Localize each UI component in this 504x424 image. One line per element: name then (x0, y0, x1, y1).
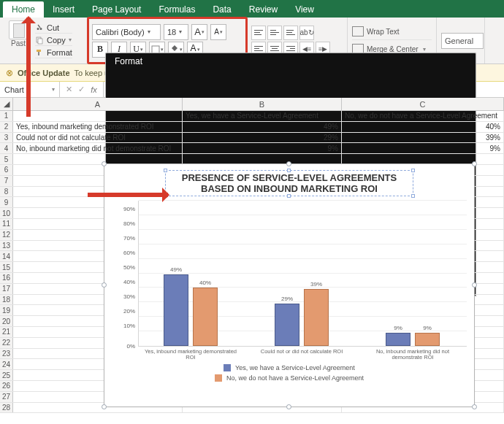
annotation-arrow-horizontal (88, 193, 168, 197)
resize-handle[interactable] (286, 404, 291, 409)
row-2: 2 Yes, inbound marketing demonstrated RO… (0, 122, 504, 133)
cell[interactable]: 49% (183, 122, 342, 132)
close-update-icon[interactable]: ⊗ (6, 68, 13, 78)
tab-formulas[interactable]: Formulas (150, 1, 204, 18)
row-header[interactable]: 9 (0, 197, 13, 207)
cell[interactable]: No, inbound marketing did not demonstrat… (13, 143, 183, 153)
row-header[interactable]: 6 (0, 165, 13, 175)
row-header[interactable]: 13 (0, 241, 13, 251)
resize-handle[interactable] (102, 404, 107, 409)
row-header[interactable]: 18 (0, 295, 13, 305)
tab-page-layout[interactable]: Page Layout (83, 1, 150, 18)
row-header[interactable]: 16 (0, 273, 13, 283)
tab-data[interactable]: Data (204, 1, 240, 18)
row-header[interactable]: 14 (0, 251, 13, 261)
chart-legend[interactable]: Yes, we have a Service-Level Agreement N… (104, 364, 474, 382)
embedded-chart[interactable]: PRESENCE OF SERVICE-LEVEL AGREEMENTS BAS… (104, 163, 475, 407)
font-size-combo[interactable]: 18▾ (164, 24, 188, 40)
row-header[interactable]: 17 (0, 284, 13, 294)
row-header[interactable]: 23 (0, 349, 13, 359)
legend-item: No, we do not have a Service-Level Agree… (215, 374, 364, 382)
cell[interactable]: Yes, inbound marketing demonstrated ROI (13, 122, 183, 132)
cell[interactable]: No, we do not have a Service-Level Agree… (342, 111, 504, 121)
row-header[interactable]: 28 (0, 403, 13, 413)
col-header-b[interactable]: B (183, 98, 342, 110)
bar[interactable]: 40% (193, 288, 218, 346)
row-header[interactable]: 12 (0, 230, 13, 240)
resize-handle[interactable] (102, 161, 107, 166)
bar-group-1: 49% 40% Yes, inbound marketing demonstra… (164, 274, 218, 346)
row-header[interactable]: 21 (0, 327, 13, 337)
plot-area[interactable]: 0% 10% 20% 30% 40% 50% 60% 70% 80% 90% 1… (112, 201, 467, 347)
cut-button[interactable]: Cut (35, 23, 72, 34)
col-header-a[interactable]: A (13, 98, 183, 110)
number-format-combo[interactable]: General (441, 33, 484, 49)
row-header[interactable]: 1 (0, 111, 13, 121)
copy-icon (35, 36, 44, 45)
align-top-button[interactable] (251, 26, 266, 40)
row-header[interactable]: 4 (0, 143, 13, 153)
cell[interactable]: 39% (342, 133, 504, 143)
bar[interactable]: 29% (275, 304, 299, 346)
orientation-button[interactable]: ab↻ (299, 26, 314, 40)
annotation-arrow-vertical (26, 18, 31, 117)
row-header[interactable]: 5 (0, 154, 13, 164)
bar[interactable]: 39% (304, 289, 329, 346)
copy-button[interactable]: Copy▾ (35, 35, 72, 46)
resize-handle[interactable] (286, 161, 291, 166)
cancel-icon[interactable]: ✕ (66, 85, 72, 94)
cell[interactable]: 9% (183, 143, 342, 153)
fx-label[interactable]: fx (91, 85, 97, 94)
row-header[interactable]: 19 (0, 305, 13, 315)
tab-insert[interactable]: Insert (44, 1, 83, 18)
row-header[interactable]: 25 (0, 370, 13, 380)
svg-rect-1 (38, 39, 42, 44)
row-header[interactable]: 26 (0, 381, 13, 391)
cell[interactable] (13, 111, 183, 121)
row-header[interactable]: 15 (0, 262, 13, 272)
select-all-corner[interactable]: ◢ (0, 98, 13, 110)
ribbon-tabs: Home Insert Page Layout Formulas Data Re… (0, 0, 504, 18)
cell[interactable]: 40% (342, 122, 504, 132)
bar[interactable]: 9% (415, 333, 440, 346)
resize-handle[interactable] (472, 404, 477, 409)
cell[interactable]: 29% (183, 133, 342, 143)
align-bottom-button[interactable] (283, 26, 298, 40)
row-header[interactable]: 7 (0, 176, 13, 186)
bar[interactable]: 49% (164, 274, 188, 346)
plot-canvas: 49% 40% Yes, inbound marketing demonstra… (138, 201, 467, 347)
svg-rect-2 (152, 46, 159, 53)
font-name-combo[interactable]: Calibri (Body)▾ (92, 24, 161, 40)
wrap-icon (352, 26, 364, 36)
grow-font-button[interactable]: A (191, 24, 207, 40)
bar[interactable]: 9% (386, 333, 411, 346)
row-header[interactable]: 8 (0, 187, 13, 197)
tab-review[interactable]: Review (240, 1, 286, 18)
cell[interactable]: Could not or did not calculate ROI (13, 133, 183, 143)
cell[interactable]: 9% (342, 143, 504, 153)
resize-handle[interactable] (102, 282, 107, 288)
align-middle-button[interactable] (267, 26, 282, 40)
resize-handle[interactable] (472, 161, 477, 166)
col-header-c[interactable]: C (342, 98, 504, 110)
resize-handle[interactable] (472, 282, 477, 288)
row-header[interactable]: 27 (0, 392, 13, 402)
row-header[interactable]: 10 (0, 208, 13, 218)
tab-view[interactable]: View (286, 1, 323, 18)
cell[interactable]: Yes, we have a Service-Level Agreement (183, 111, 342, 121)
row-header[interactable]: 3 (0, 133, 13, 143)
shrink-font-button[interactable]: A (210, 24, 226, 40)
format-painter-button[interactable]: Format (35, 47, 72, 58)
row-header[interactable]: 20 (0, 316, 13, 326)
row-3: 3 Could not or did not calculate ROI 29%… (0, 133, 504, 144)
chart-title-line1: PRESENCE OF SERVICE-LEVEL AGREEMENTS (169, 172, 410, 183)
row-header[interactable]: 24 (0, 359, 13, 369)
row-4: 4 No, inbound marketing did not demonstr… (0, 143, 504, 154)
enter-icon[interactable]: ✓ (78, 85, 85, 94)
chart-title[interactable]: PRESENCE OF SERVICE-LEVEL AGREEMENTS BAS… (165, 170, 413, 196)
bar-group-3: 9% 9% No, inbound marketing did not demo… (386, 333, 440, 346)
row-header[interactable]: 22 (0, 338, 13, 348)
row-header[interactable]: 11 (0, 219, 13, 229)
wrap-text-button[interactable]: Wrap Text (352, 24, 432, 40)
row-header[interactable]: 2 (0, 122, 13, 132)
